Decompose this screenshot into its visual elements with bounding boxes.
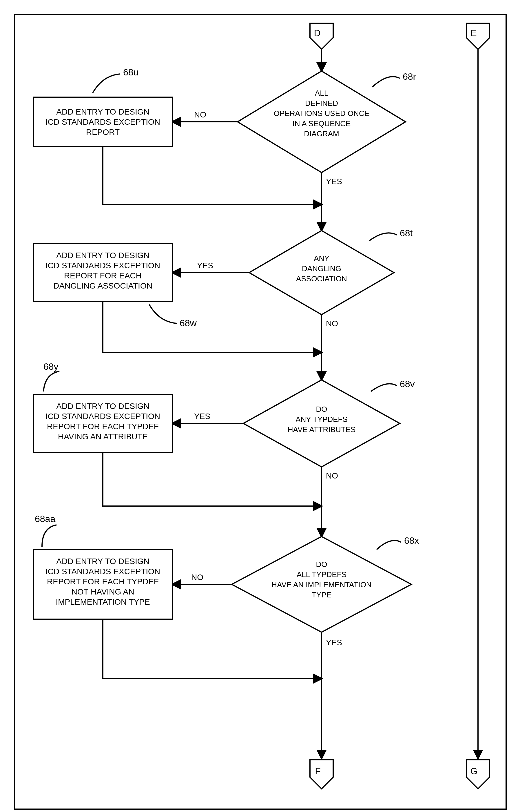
svg-text:DANGLING: DANGLING [302, 264, 341, 273]
svg-text:NOT HAVING AN: NOT HAVING AN [72, 587, 134, 596]
svg-text:HAVE AN IMPLEMENTATION: HAVE AN IMPLEMENTATION [271, 580, 371, 589]
svg-text:ANY TYPDEFS: ANY TYPDEFS [296, 415, 348, 424]
process-68u: ADD ENTRY TO DESIGN ICD STANDARDS EXCEPT… [33, 97, 172, 147]
label-68u: 68u [123, 67, 138, 77]
svg-text:REPORT FOR EACH TYPDEF: REPORT FOR EACH TYPDEF [47, 422, 159, 431]
svg-text:DO: DO [316, 405, 327, 413]
svg-text:ASSOCIATION: ASSOCIATION [296, 274, 347, 283]
svg-text:ICD STANDARDS EXCEPTION: ICD STANDARDS EXCEPTION [45, 261, 160, 270]
edge-no-68x: NO [191, 573, 203, 582]
svg-text:D: D [314, 28, 320, 38]
svg-text:REPORT: REPORT [86, 128, 120, 136]
svg-text:ALL TYPDEFS: ALL TYPDEFS [297, 570, 346, 579]
label-68y: 68y [43, 361, 59, 372]
svg-text:ALL: ALL [315, 89, 328, 97]
label-68r: 68r [403, 71, 416, 82]
svg-text:OPERATIONS USED ONCE: OPERATIONS USED ONCE [274, 109, 369, 118]
svg-text:E: E [471, 28, 477, 38]
flowchart: D E ALL DEFINED OPERATIONS USED ONCE IN … [6, 6, 509, 812]
label-68t: 68t [400, 228, 413, 239]
svg-text:ADD ENTRY TO DESIGN: ADD ENTRY TO DESIGN [56, 107, 149, 116]
process-68aa: ADD ENTRY TO DESIGN ICD STANDARDS EXCEPT… [33, 550, 172, 619]
svg-text:IMPLEMENTATION TYPE: IMPLEMENTATION TYPE [56, 597, 150, 606]
label-68aa: 68aa [35, 513, 55, 524]
svg-text:REPORT FOR EACH: REPORT FOR EACH [64, 271, 142, 280]
label-68x: 68x [404, 535, 419, 546]
edge-no-68r: NO [194, 110, 206, 119]
edge-yes-68t: YES [197, 261, 213, 270]
edge-no-68v: NO [326, 471, 338, 480]
edge-yes-68v: YES [194, 412, 210, 421]
svg-text:ADD ENTRY TO DESIGN: ADD ENTRY TO DESIGN [56, 402, 149, 411]
svg-text:DO: DO [316, 560, 327, 569]
svg-text:ADD ENTRY TO DESIGN: ADD ENTRY TO DESIGN [56, 557, 149, 566]
svg-text:TYPE: TYPE [312, 590, 331, 599]
svg-text:DANGLING ASSOCIATION: DANGLING ASSOCIATION [53, 281, 152, 290]
svg-text:DIAGRAM: DIAGRAM [304, 129, 339, 138]
svg-text:REPORT FOR EACH TYPDEF: REPORT FOR EACH TYPDEF [47, 577, 159, 586]
process-68w: ADD ENTRY TO DESIGN ICD STANDARDS EXCEPT… [33, 244, 172, 302]
svg-text:G: G [471, 766, 478, 776]
svg-text:DEFINED: DEFINED [305, 99, 338, 107]
label-68w: 68w [180, 318, 197, 328]
svg-text:ANY: ANY [314, 254, 329, 263]
svg-text:ICD STANDARDS EXCEPTION: ICD STANDARDS EXCEPTION [45, 567, 160, 576]
process-68y: ADD ENTRY TO DESIGN ICD STANDARDS EXCEPT… [33, 395, 172, 452]
svg-text:HAVING AN ATTRIBUTE: HAVING AN ATTRIBUTE [58, 432, 148, 441]
edge-no-68t: NO [326, 319, 338, 328]
svg-text:IN A SEQUENCE: IN A SEQUENCE [293, 119, 351, 128]
svg-text:ICD STANDARDS EXCEPTION: ICD STANDARDS EXCEPTION [45, 412, 160, 421]
svg-text:ADD ENTRY TO DESIGN: ADD ENTRY TO DESIGN [56, 251, 149, 260]
svg-text:ICD STANDARDS EXCEPTION: ICD STANDARDS EXCEPTION [45, 118, 160, 126]
svg-text:F: F [315, 766, 321, 776]
svg-text:HAVE ATTRIBUTES: HAVE ATTRIBUTES [288, 425, 356, 434]
label-68v: 68v [400, 379, 415, 389]
edge-yes-68x: YES [326, 638, 342, 647]
edge-yes-68r: YES [326, 177, 342, 186]
